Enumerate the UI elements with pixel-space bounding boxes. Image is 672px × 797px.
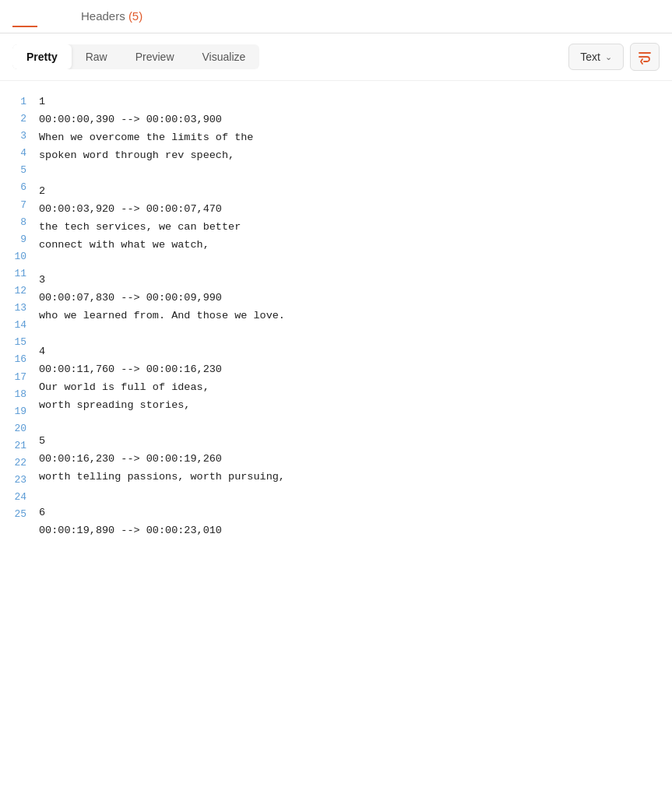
line-number: 18 bbox=[0, 386, 26, 403]
line-number: 7 bbox=[0, 197, 26, 214]
tab-bar: Headers (5) bbox=[0, 0, 672, 33]
code-line: 00:00:03,920 --> 00:00:07,470 bbox=[39, 201, 672, 219]
line-number: 2 bbox=[0, 111, 26, 128]
code-line: spoken word through rev speech, bbox=[39, 147, 672, 165]
tab-test-results[interactable] bbox=[158, 7, 183, 27]
line-number: 25 bbox=[0, 506, 26, 523]
tab-headers[interactable]: Headers (5) bbox=[69, 0, 155, 33]
format-visualize-button[interactable]: Visualize bbox=[188, 44, 260, 69]
line-number: 22 bbox=[0, 455, 26, 472]
line-number: 14 bbox=[0, 317, 26, 334]
line-number: 13 bbox=[0, 300, 26, 317]
code-line: 3 bbox=[39, 272, 672, 290]
code-line: 00:00:07,830 --> 00:00:09,990 bbox=[39, 290, 672, 307]
code-line: worth telling passions, worth pursuing, bbox=[39, 469, 672, 486]
line-number: 23 bbox=[0, 472, 26, 489]
line-number: 21 bbox=[0, 437, 26, 455]
code-line: 1 bbox=[39, 93, 672, 111]
code-line: worth spreading stories, bbox=[39, 397, 672, 415]
code-line bbox=[39, 415, 672, 433]
wrap-toggle-button[interactable] bbox=[630, 43, 660, 71]
code-line: connect with what we watch, bbox=[39, 237, 672, 255]
line-number: 11 bbox=[0, 265, 26, 283]
code-line: 00:00:16,230 --> 00:00:19,260 bbox=[39, 451, 672, 469]
chevron-down-icon: ⌄ bbox=[605, 52, 612, 62]
line-number: 3 bbox=[0, 128, 26, 145]
line-number: 1 bbox=[0, 93, 26, 111]
line-number: 5 bbox=[0, 162, 26, 179]
line-number: 6 bbox=[0, 179, 26, 196]
main-container: Headers (5) Pretty Raw Preview Visualize… bbox=[0, 0, 672, 552]
wrap-icon bbox=[637, 49, 653, 65]
format-group: Pretty Raw Preview Visualize bbox=[12, 44, 259, 69]
tab-body[interactable] bbox=[12, 7, 37, 27]
toolbar: Pretty Raw Preview Visualize Text ⌄ bbox=[0, 33, 672, 81]
code-area: 1234567891011121314151617181920212223242… bbox=[0, 81, 672, 552]
code-line: 00:00:00,390 --> 00:00:03,900 bbox=[39, 111, 672, 129]
code-line bbox=[39, 325, 672, 343]
line-number: 10 bbox=[0, 248, 26, 265]
format-pretty-button[interactable]: Pretty bbox=[12, 44, 72, 69]
code-line: 6 bbox=[39, 504, 672, 522]
code-line: 00:00:11,760 --> 00:00:16,230 bbox=[39, 361, 672, 379]
line-number: 17 bbox=[0, 369, 26, 386]
line-number: 9 bbox=[0, 231, 26, 248]
code-line: who we learned from. And those we love. bbox=[39, 307, 672, 325]
code-line: 5 bbox=[39, 433, 672, 451]
code-line: Our world is full of ideas, bbox=[39, 379, 672, 397]
line-number: 8 bbox=[0, 214, 26, 231]
format-raw-button[interactable]: Raw bbox=[72, 44, 121, 69]
line-number: 24 bbox=[0, 489, 26, 506]
line-numbers: 1234567891011121314151617181920212223242… bbox=[0, 93, 39, 539]
code-line: 2 bbox=[39, 183, 672, 201]
line-number: 4 bbox=[0, 145, 26, 162]
code-line bbox=[39, 254, 672, 272]
line-number: 12 bbox=[0, 283, 26, 300]
tab-cookies[interactable] bbox=[40, 7, 65, 27]
format-preview-button[interactable]: Preview bbox=[121, 44, 188, 69]
code-line: the tech services, we can better bbox=[39, 219, 672, 237]
line-number: 19 bbox=[0, 403, 26, 420]
line-number: 16 bbox=[0, 351, 26, 368]
line-number: 15 bbox=[0, 334, 26, 351]
code-content[interactable]: 100:00:00,390 --> 00:00:03,900When we ov… bbox=[39, 93, 672, 539]
code-line bbox=[39, 165, 672, 183]
text-type-dropdown[interactable]: Text ⌄ bbox=[568, 44, 624, 70]
code-line: When we overcome the limits of the bbox=[39, 129, 672, 147]
code-line bbox=[39, 486, 672, 504]
code-line: 00:00:19,890 --> 00:00:23,010 bbox=[39, 522, 672, 540]
line-number: 20 bbox=[0, 420, 26, 437]
code-line: 4 bbox=[39, 343, 672, 361]
